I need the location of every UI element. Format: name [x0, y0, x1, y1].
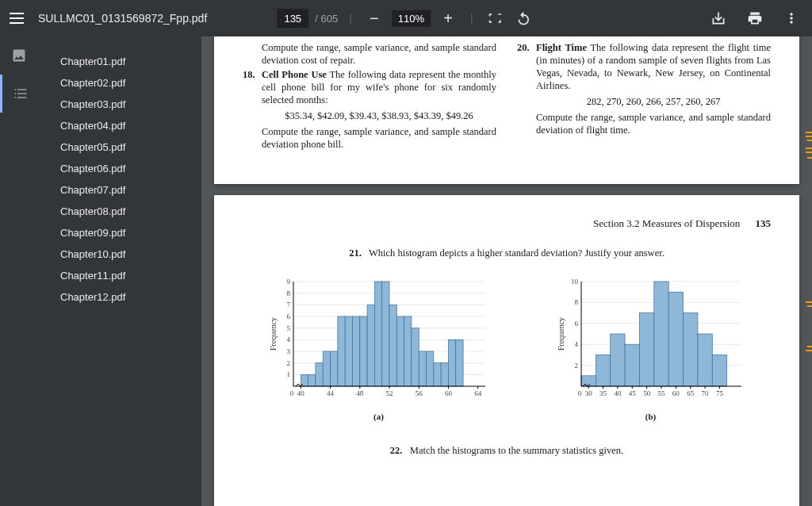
chart-a-label: (a) [268, 412, 490, 421]
toolbar-center: / 605 | − 110% + | [277, 7, 534, 29]
q22-text: Match the histograms to the summary stat… [410, 445, 623, 456]
sidebar: Chapter01.pdfChapter02.pdfChapter03.pdfC… [0, 36, 201, 506]
svg-text:55: 55 [657, 389, 665, 397]
svg-text:9: 9 [286, 278, 290, 286]
svg-text:45: 45 [628, 389, 636, 397]
svg-rect-31 [396, 316, 404, 386]
thumbnails-tab[interactable] [0, 36, 38, 75]
outline-item[interactable]: Chapter04.pdf [60, 115, 193, 136]
svg-rect-28 [374, 282, 381, 386]
outline-tab[interactable] [0, 75, 38, 113]
svg-text:75: 75 [715, 389, 723, 397]
q21-num: 21. [349, 247, 362, 259]
q21-text: Which histogram depicts a higher standar… [369, 247, 665, 259]
svg-rect-71 [625, 344, 639, 386]
p18-compute: Compute the range, sample variance, and … [243, 125, 496, 151]
svg-rect-37 [441, 363, 448, 386]
svg-rect-24 [345, 316, 352, 386]
svg-rect-38 [448, 339, 455, 386]
page-number-input[interactable] [277, 9, 308, 28]
svg-text:Frequency: Frequency [557, 317, 565, 351]
outline-item[interactable]: Chapter07.pdf [60, 179, 193, 201]
pdf-page-prev: Compute the range, sample variance, and … [214, 36, 799, 184]
svg-text:40: 40 [614, 389, 622, 397]
document-title: SULLMC01_0131569872_Fpp.pdf [38, 12, 207, 25]
print-icon [747, 10, 763, 26]
svg-rect-34 [419, 351, 426, 386]
zoom-level[interactable]: 110% [392, 10, 431, 27]
outline-item[interactable]: Chapter08.pdf [60, 201, 193, 222]
svg-text:0: 0 [289, 389, 293, 397]
zoom-in-button[interactable]: + [437, 7, 459, 29]
svg-rect-22 [330, 351, 337, 386]
pdf-toolbar: SULLMC01_0131569872_Fpp.pdf / 605 | − 11… [0, 0, 812, 36]
svg-rect-75 [683, 313, 697, 386]
problem-number: 20. [517, 41, 530, 54]
fit-page-button[interactable] [485, 7, 507, 29]
download-button[interactable] [707, 7, 730, 29]
svg-text:5: 5 [286, 324, 290, 332]
document-viewer[interactable]: Compute the range, sample variance, and … [201, 36, 812, 506]
list-icon [13, 86, 29, 102]
outline-item[interactable]: Chapter03.pdf [60, 94, 193, 115]
histogram-a: 123456789040444852566064Frequency (a) [268, 277, 490, 421]
p18-data: $35.34, $42.09, $39.43, $38.93, $43.39, … [243, 109, 496, 122]
download-icon [710, 10, 726, 26]
svg-text:40: 40 [297, 389, 304, 397]
svg-rect-36 [433, 363, 440, 386]
p20-compute: Compute the range, sample variance, and … [517, 111, 771, 136]
svg-text:6: 6 [286, 312, 290, 320]
svg-text:52: 52 [385, 389, 393, 397]
menu-icon[interactable] [10, 13, 24, 24]
svg-text:44: 44 [327, 389, 335, 397]
outline-item[interactable]: Chapter01.pdf [60, 51, 193, 72]
svg-rect-73 [653, 282, 668, 386]
svg-rect-30 [389, 305, 396, 386]
svg-rect-35 [426, 351, 433, 386]
separator: | [349, 12, 352, 25]
svg-rect-23 [337, 316, 344, 386]
svg-text:64: 64 [474, 389, 482, 397]
svg-rect-27 [367, 305, 374, 386]
svg-text:56: 56 [415, 389, 423, 397]
svg-text:48: 48 [356, 389, 364, 397]
p18-title: Cell Phone Use [262, 69, 327, 80]
svg-rect-29 [381, 282, 389, 386]
svg-text:30: 30 [584, 389, 592, 397]
svg-text:Frequency: Frequency [269, 317, 278, 351]
svg-rect-26 [359, 316, 366, 386]
svg-text:4: 4 [286, 335, 290, 343]
svg-rect-32 [404, 316, 411, 386]
outline-item[interactable]: Chapter10.pdf [60, 243, 193, 265]
svg-text:6: 6 [574, 320, 578, 328]
svg-text:8: 8 [574, 298, 578, 306]
histogram-b: 246810030354045505560657075Frequency (b) [556, 277, 746, 421]
outline-item[interactable]: Chapter11.pdf [60, 265, 193, 286]
outline-item[interactable]: Chapter02.pdf [60, 72, 193, 94]
separator: | [470, 12, 473, 25]
svg-rect-77 [712, 355, 726, 386]
page-total: / 605 [315, 13, 338, 25]
svg-text:3: 3 [286, 347, 290, 355]
svg-text:4: 4 [574, 340, 578, 348]
svg-text:50: 50 [643, 389, 651, 397]
section-title: Section 3.2 Measures of Dispersion [593, 217, 740, 229]
outline-item[interactable]: Chapter09.pdf [60, 222, 193, 243]
more-button[interactable] [780, 7, 802, 29]
svg-rect-19 [308, 374, 315, 386]
outline-item[interactable]: Chapter05.pdf [60, 136, 193, 158]
print-button[interactable] [744, 7, 766, 29]
svg-text:60: 60 [444, 389, 452, 397]
outline-item[interactable]: Chapter06.pdf [60, 158, 193, 179]
page-number: 135 [756, 217, 772, 229]
outline-item[interactable]: Chapter12.pdf [60, 286, 193, 308]
more-vert-icon [783, 10, 799, 26]
p17-compute: Compute the range, sample variance, and … [243, 41, 496, 67]
zoom-out-button[interactable]: − [363, 7, 385, 29]
svg-rect-39 [455, 339, 462, 386]
p20-title: Flight Time [536, 42, 587, 53]
svg-rect-70 [610, 334, 624, 386]
svg-rect-20 [315, 363, 322, 386]
rotate-button[interactable] [513, 7, 535, 29]
svg-rect-72 [639, 313, 653, 386]
